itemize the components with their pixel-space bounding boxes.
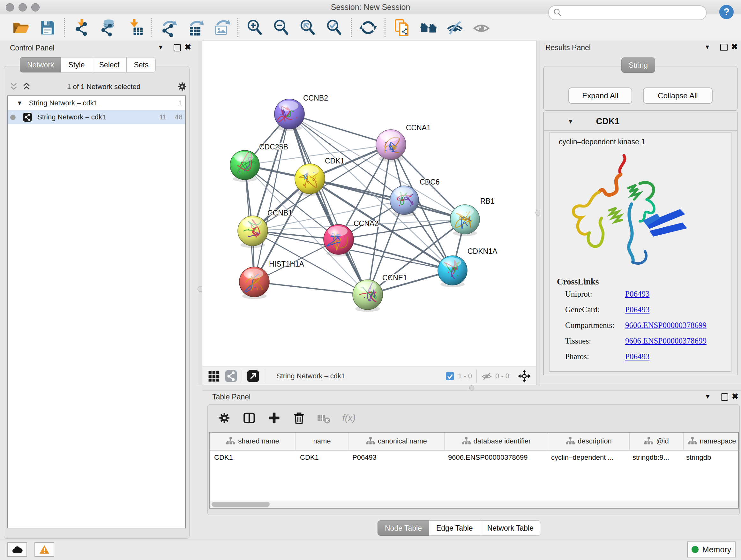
- birds-eye-view-icon[interactable]: [247, 370, 259, 382]
- table-cell[interactable]: CDK1: [210, 450, 295, 464]
- tab-sets[interactable]: Sets: [126, 57, 156, 72]
- network-node-CCNA1[interactable]: [376, 130, 406, 162]
- network-node-CDK1[interactable]: [295, 164, 325, 196]
- zoom-out-icon[interactable]: [272, 18, 290, 37]
- network-node-CCNB1[interactable]: [238, 216, 268, 248]
- zoom-fit-content-icon[interactable]: [299, 18, 317, 37]
- crosslink-value-link[interactable]: P06493: [625, 305, 650, 314]
- table-panel-close-button[interactable]: ✖: [732, 393, 738, 400]
- help-button[interactable]: ?: [719, 5, 734, 19]
- table-panel-menu-icon[interactable]: ▾: [706, 392, 710, 401]
- crosslink-value-link[interactable]: 9606.ENSP00000378699: [625, 336, 706, 346]
- result-entry-header[interactable]: ▼ CDK1: [544, 112, 737, 131]
- tab-network-table[interactable]: Network Table: [480, 520, 541, 536]
- tab-network[interactable]: Network: [20, 57, 61, 72]
- zoom-in-icon[interactable]: [246, 18, 264, 37]
- edge-HIST1H1A-CCNE1[interactable]: [254, 282, 367, 295]
- export-image-icon[interactable]: [212, 18, 230, 37]
- tab-node-table[interactable]: Node Table: [378, 520, 429, 536]
- table-cell[interactable]: CDK1: [295, 450, 348, 464]
- create-column-icon[interactable]: [267, 411, 281, 425]
- network-row-selected[interactable]: String Network – cdk1 11 48: [8, 110, 185, 124]
- network-node-CCNE1[interactable]: [353, 280, 383, 312]
- crosslink-value-link[interactable]: 9606.ENSP00000378699: [625, 321, 706, 330]
- network-view-icon[interactable]: [225, 370, 238, 382]
- export-network-icon[interactable]: [159, 18, 177, 37]
- selected-checkbox-icon[interactable]: [445, 371, 455, 381]
- tab-edge-table[interactable]: Edge Table: [429, 520, 480, 536]
- column-header-description[interactable]: description: [548, 433, 630, 450]
- edge-CCNA2-CDKN1A[interactable]: [339, 240, 453, 270]
- warnings-button[interactable]: [35, 542, 54, 557]
- delete-columns-icon[interactable]: [292, 411, 306, 425]
- show-columns-icon[interactable]: [242, 411, 256, 425]
- network-node-CDC6[interactable]: [390, 186, 419, 216]
- hide-graphics-details-icon[interactable]: [446, 18, 464, 37]
- column-header-shared-name[interactable]: shared name: [210, 433, 296, 450]
- grid-view-icon[interactable]: [207, 370, 220, 382]
- tab-select[interactable]: Select: [92, 57, 127, 72]
- column-header-database-identifier[interactable]: database identifier: [445, 433, 548, 450]
- control-panel-menu-icon[interactable]: ▾: [159, 43, 162, 51]
- node-label-CCNA2: CCNA2: [354, 219, 379, 228]
- network-canvas[interactable]: CCNB2CCNA1CDC25BCDK1CDC6RB1CCNB1CCNA2CDK…: [202, 41, 536, 367]
- import-table-icon[interactable]: [125, 18, 143, 37]
- search-input[interactable]: [563, 7, 706, 19]
- column-header-canonical-name[interactable]: canonical name: [348, 433, 445, 450]
- table-settings-icon[interactable]: [217, 411, 231, 425]
- network-node-CDKN1A[interactable]: [438, 256, 467, 287]
- import-from-database-icon[interactable]: [98, 18, 117, 37]
- network-collection-row[interactable]: ▼ String Network – cdk1 1: [8, 96, 185, 110]
- table-cell[interactable]: stringdb: [682, 450, 738, 464]
- results-panel-close-button[interactable]: ✖: [731, 43, 738, 50]
- results-panel-float-button[interactable]: [720, 44, 728, 51]
- tree-expander-icon[interactable]: ▼: [17, 100, 23, 107]
- table-cell[interactable]: stringdb:9...: [628, 450, 682, 464]
- expand-all-button[interactable]: Expand All: [568, 87, 632, 104]
- expand-all-networks-icon[interactable]: [21, 81, 32, 92]
- hidden-eye-slash-icon: [481, 371, 492, 381]
- table-row[interactable]: CDK1CDK1P064939606.ENSP00000378699cyclin…: [210, 450, 738, 464]
- horizontal-splitter-handle[interactable]: [469, 385, 474, 390]
- memory-button[interactable]: Memory: [687, 542, 736, 557]
- network-node-RB1[interactable]: [450, 205, 480, 236]
- table-cell[interactable]: P06493: [348, 450, 444, 464]
- copy-current-style-icon[interactable]: [393, 18, 411, 37]
- collapse-all-networks-icon[interactable]: [8, 81, 19, 92]
- open-file-icon[interactable]: [12, 18, 30, 37]
- collapse-all-button[interactable]: Collapse All: [643, 87, 713, 104]
- network-node-CDC25B[interactable]: [230, 150, 259, 182]
- zoom-selected-icon[interactable]: [325, 18, 343, 37]
- edge-CDK1-RB1[interactable]: [310, 179, 465, 219]
- network-node-HIST1H1A[interactable]: [239, 267, 269, 299]
- column-header--id[interactable]: @id: [630, 433, 684, 450]
- show-graphics-details-icon[interactable]: [472, 18, 490, 37]
- edge-CCNB2-CCNA1[interactable]: [289, 114, 391, 145]
- tab-string[interactable]: String: [621, 57, 655, 73]
- column-header-name[interactable]: name: [296, 433, 348, 450]
- entry-expander-icon[interactable]: ▼: [567, 118, 574, 125]
- search-field[interactable]: [548, 5, 706, 20]
- pan-crosshair-icon[interactable]: [518, 369, 531, 383]
- export-table-icon[interactable]: [185, 18, 204, 37]
- table-cell[interactable]: cyclin–dependent ...: [547, 450, 628, 464]
- results-panel-menu-icon[interactable]: ▾: [705, 43, 709, 51]
- control-panel-float-button[interactable]: [174, 44, 181, 51]
- table-horizontal-scrollbar[interactable]: [210, 501, 738, 508]
- column-header-namespace[interactable]: namespace: [684, 433, 739, 450]
- scrollbar-thumb[interactable]: [212, 502, 270, 507]
- import-network-icon[interactable]: [72, 18, 90, 37]
- network-options-gear-icon[interactable]: [177, 81, 188, 92]
- cloud-button[interactable]: [7, 542, 27, 557]
- control-panel-close-button[interactable]: ✖: [185, 44, 191, 51]
- edge-CCNB2-HIST1H1A[interactable]: [254, 114, 289, 282]
- tab-style[interactable]: Style: [61, 57, 92, 72]
- crosslink-value-link[interactable]: P06493: [625, 352, 650, 361]
- refresh-network-icon[interactable]: [359, 18, 377, 37]
- table-panel-float-button[interactable]: [721, 393, 728, 401]
- first-neighbors-icon[interactable]: [419, 18, 437, 37]
- crosslink-value-link[interactable]: P06493: [625, 290, 650, 299]
- table-cell[interactable]: 9606.ENSP00000378699: [444, 450, 547, 464]
- save-session-icon[interactable]: [38, 18, 57, 37]
- crosslink-label: Uniprot:: [565, 290, 625, 299]
